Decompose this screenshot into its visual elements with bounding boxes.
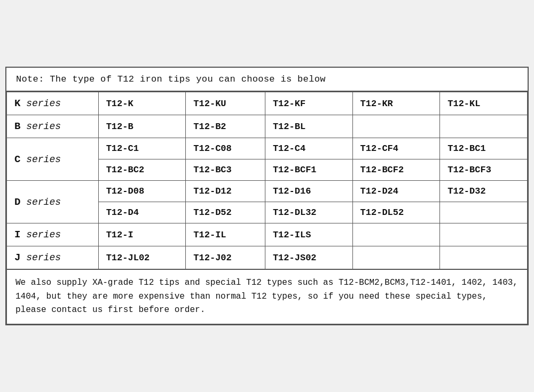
tip-cell: T12-C1 <box>98 138 186 159</box>
table-row: B seriesT12-BT12-B2T12-BL <box>7 115 528 138</box>
table-row: D seriesT12-D08T12-D12T12-D16T12-D24T12-… <box>7 181 528 202</box>
series-cell: D series <box>7 181 99 223</box>
footer-text: We also supply XA-grade T12 tips and spe… <box>7 270 528 324</box>
tip-cell: T12-D12 <box>186 181 265 202</box>
series-cell: K series <box>7 92 99 115</box>
series-letter: C <box>14 154 20 165</box>
tip-cell: T12-KL <box>440 92 528 115</box>
tip-cell: T12-IL <box>186 223 265 246</box>
table-row: I seriesT12-IT12-ILT12-ILS <box>7 223 528 246</box>
tip-cell <box>440 223 528 246</box>
tip-cell: T12-JL02 <box>98 246 186 269</box>
tip-cell: T12-J02 <box>186 246 265 269</box>
tip-cell <box>352 115 440 138</box>
tip-cell <box>352 246 440 269</box>
tip-cell: T12-BCF1 <box>265 159 352 181</box>
tip-cell: T12-D16 <box>265 181 352 202</box>
series-letter: B <box>14 121 20 132</box>
tip-cell: T12-BCF2 <box>352 159 440 181</box>
tip-cell: T12-BL <box>265 115 352 138</box>
tip-cell: T12-D4 <box>98 202 186 223</box>
tip-cell: T12-I <box>98 223 186 246</box>
tip-cell: T12-KF <box>265 92 352 115</box>
tip-cell <box>440 115 528 138</box>
series-cell: J series <box>7 246 99 269</box>
tip-cell: T12-BCF3 <box>440 159 528 181</box>
tip-cell: T12-C4 <box>265 138 352 159</box>
tip-cell <box>440 246 528 269</box>
tip-cell: T12-ILS <box>265 223 352 246</box>
series-cell: C series <box>7 138 99 181</box>
footer-row: We also supply XA-grade T12 tips and spe… <box>7 270 528 324</box>
tip-cell: T12-JS02 <box>265 246 352 269</box>
main-container: Note: The type of T12 iron tips you can … <box>5 67 529 325</box>
series-cell: I series <box>7 223 99 246</box>
tip-cell: T12-D52 <box>186 202 265 223</box>
series-letter: D <box>14 196 20 208</box>
tip-cell: T12-D32 <box>440 181 528 202</box>
table-row: C seriesT12-C1T12-C08T12-C4T12-CF4T12-BC… <box>7 138 528 159</box>
table-row: K seriesT12-KT12-KUT12-KFT12-KRT12-KL <box>7 92 528 115</box>
tip-cell: T12-KU <box>186 92 265 115</box>
series-letter: J <box>14 252 20 263</box>
table-row: J seriesT12-JL02T12-J02T12-JS02 <box>7 246 528 269</box>
tip-cell: T12-BC1 <box>440 138 528 159</box>
tip-cell: T12-D08 <box>98 181 186 202</box>
tip-cell: T12-DL52 <box>352 202 440 223</box>
tip-cell: T12-CF4 <box>352 138 440 159</box>
tip-cell: T12-C08 <box>186 138 265 159</box>
tip-cell: T12-KR <box>352 92 440 115</box>
tip-cell: T12-D24 <box>352 181 440 202</box>
tips-table: K seriesT12-KT12-KUT12-KFT12-KRT12-KLB s… <box>6 92 528 269</box>
footer-table: We also supply XA-grade T12 tips and spe… <box>6 269 528 324</box>
tip-cell: T12-BC2 <box>98 159 186 181</box>
tip-cell: T12-K <box>98 92 186 115</box>
tip-cell: T12-BC3 <box>186 159 265 181</box>
series-cell: B series <box>7 115 99 138</box>
tip-cell: T12-DL32 <box>265 202 352 223</box>
series-letter: I <box>14 229 20 241</box>
note-text: Note: The type of T12 iron tips you can … <box>6 68 528 92</box>
tip-cell <box>352 223 440 246</box>
tip-cell <box>440 202 528 223</box>
series-letter: K <box>14 98 20 109</box>
tip-cell: T12-B <box>98 115 186 138</box>
tip-cell: T12-B2 <box>186 115 265 138</box>
